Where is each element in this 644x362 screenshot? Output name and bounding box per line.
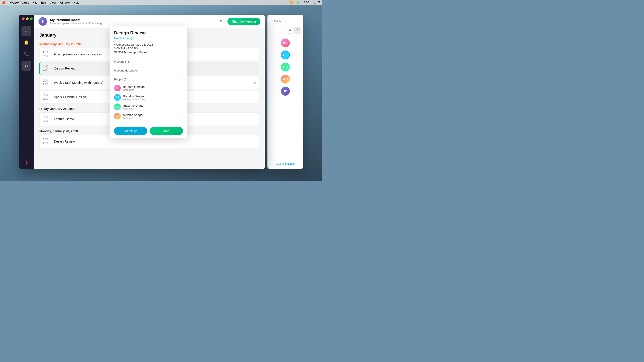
search-icon[interactable]: 🔍 bbox=[312, 1, 315, 4]
meeting-link-header[interactable]: Meeting link ⌄ bbox=[114, 60, 183, 63]
event-name: Design Review bbox=[54, 140, 256, 143]
traffic-lights bbox=[22, 17, 33, 20]
right-avatar-2[interactable]: BS bbox=[281, 50, 290, 59]
room-url: https://company.webex.com/meet/brensong bbox=[50, 22, 215, 25]
person-name: Giacomo Drago bbox=[123, 104, 183, 107]
home-icon: ⌂ bbox=[25, 28, 28, 33]
right-panel: meeting › ⊞ ☰ BG BS GD MS JD Colors in u… bbox=[268, 15, 303, 169]
menu-bar-left: 🍎 Webex Teams File Edit View Window Help bbox=[2, 1, 80, 4]
event-time: 1:00 2:00 bbox=[43, 50, 54, 58]
person-row[interactable]: BS Brandon Seeger Waiting for response bbox=[114, 93, 183, 102]
calendar-date-badge: 18 bbox=[25, 64, 28, 67]
right-panel-bottom: Colors in usage bbox=[268, 162, 303, 165]
month-chevron-icon[interactable]: ▾ bbox=[58, 34, 60, 37]
right-panel-controls: ⊞ ☰ bbox=[270, 27, 300, 33]
sidebar-item-calendar[interactable]: 18 bbox=[22, 61, 31, 71]
meeting-description-chevron-icon: ⌄ bbox=[181, 69, 183, 72]
meeting-description-section: Meeting description ⌄ bbox=[114, 66, 183, 75]
help-menu[interactable]: Help bbox=[73, 1, 80, 4]
right-avatars: BG BS GD MS JD bbox=[270, 37, 300, 96]
right-panel-header: meeting › bbox=[270, 17, 300, 24]
right-avatar-4[interactable]: MS bbox=[281, 75, 290, 84]
sidebar-item-notifications[interactable]: 🔔 bbox=[22, 37, 31, 47]
room-avatar: B bbox=[38, 17, 47, 26]
menu-icon[interactable]: ☰ bbox=[318, 1, 320, 4]
person-avatar: GD bbox=[114, 103, 121, 110]
person-name: Barbara German bbox=[123, 85, 183, 88]
person-info: Melania Seeger Accepted bbox=[123, 113, 183, 119]
person-status: Organizer bbox=[123, 88, 183, 91]
detail-date: Wednesday, January 23, 2018 bbox=[114, 43, 183, 46]
file-menu[interactable]: File bbox=[33, 1, 38, 4]
person-row[interactable]: MS Melania Seeger Accepted bbox=[114, 111, 183, 121]
edit-menu[interactable]: Edit bbox=[41, 1, 46, 4]
window-menu[interactable]: Window bbox=[60, 1, 70, 4]
person-status: Accepted bbox=[123, 117, 183, 119]
detail-actions: Message Join bbox=[110, 124, 188, 138]
menu-bar-right: 📶 🔋 18:00 🔍 ☰ bbox=[290, 1, 320, 4]
people-header[interactable]: People (5) ∧ bbox=[114, 78, 183, 81]
person-info: Giacomo Drago Accepted bbox=[123, 104, 183, 110]
meeting-link-label: Meeting link bbox=[114, 60, 130, 63]
event-time: 3:00 4:00 bbox=[43, 138, 54, 145]
list-view-button[interactable]: ☰ bbox=[294, 27, 300, 33]
detail-content: Design Review Colors in usage Wednesday,… bbox=[110, 26, 188, 124]
join-button[interactable]: Join bbox=[150, 127, 183, 135]
meeting-link-section: Meeting link ⌄ bbox=[114, 57, 183, 66]
menu-bar: 🍎 Webex Teams File Edit View Window Help… bbox=[0, 0, 322, 5]
copy-url-button[interactable]: ⧉ bbox=[218, 18, 224, 24]
battery-icon: 🔋 bbox=[296, 1, 300, 4]
person-row[interactable]: BG Barbara German Organizer bbox=[114, 83, 183, 93]
event-time: 6:00 7:30 bbox=[43, 79, 54, 86]
person-avatar: BG bbox=[114, 85, 121, 91]
event-time: 2:00 3:00 bbox=[43, 115, 54, 123]
grid-view-button[interactable]: ⊞ bbox=[287, 27, 294, 33]
people-section: People (5) ∧ BG Barbara German Organizer… bbox=[114, 75, 183, 124]
help-icon: ❓ bbox=[24, 161, 28, 165]
detail-location: SFO31 Mississippi Room bbox=[114, 50, 183, 54]
sidebar-item-home[interactable]: ⌂ bbox=[22, 26, 31, 36]
clock: 18:00 bbox=[302, 1, 309, 4]
person-status: Waiting for response bbox=[123, 98, 183, 100]
detail-title: Design Review bbox=[114, 30, 183, 35]
meeting-link-chevron-icon: ⌄ bbox=[181, 60, 183, 63]
maximize-button[interactable] bbox=[30, 17, 33, 20]
person-info: Brandon Seeger Waiting for response bbox=[123, 94, 183, 100]
person-avatar: BS bbox=[114, 94, 121, 101]
message-button[interactable]: Message bbox=[114, 127, 147, 135]
person-name: Melania Seeger bbox=[123, 113, 183, 117]
sidebar-item-help[interactable]: ❓ bbox=[24, 161, 28, 165]
minimize-button[interactable] bbox=[26, 17, 28, 20]
right-avatar-5[interactable]: JD bbox=[281, 87, 290, 96]
app-name-menu[interactable]: Webex Teams bbox=[10, 1, 29, 4]
apple-logo-icon: 🍎 bbox=[2, 1, 6, 4]
people-chevron-icon: ∧ bbox=[181, 78, 183, 81]
room-name: My Personal Room bbox=[50, 18, 215, 22]
view-menu[interactable]: View bbox=[50, 1, 56, 4]
right-panel-search-text: meeting bbox=[272, 19, 282, 22]
person-avatar: MS bbox=[114, 113, 121, 120]
room-info: My Personal Room https://company.webex.c… bbox=[50, 18, 215, 25]
colors-in-usage-link[interactable]: Colors in usage bbox=[276, 162, 294, 165]
event-time: 3:00 4:00 bbox=[43, 65, 54, 72]
detail-time: 3:00 PM - 4:00 PM bbox=[114, 47, 183, 50]
month-title: January bbox=[39, 33, 56, 38]
person-row[interactable]: GD Giacomo Drago Accepted bbox=[114, 102, 183, 111]
detail-panel: Design Review Colors in usage Wednesday,… bbox=[110, 26, 188, 138]
person-status: Accepted bbox=[123, 107, 183, 110]
close-button[interactable] bbox=[22, 17, 24, 20]
right-avatar-3[interactable]: GD bbox=[281, 62, 290, 71]
start-meeting-button[interactable]: Start the Meeting bbox=[228, 18, 260, 25]
bell-icon: 🔔 bbox=[24, 40, 29, 45]
event-time: 8:00 8:30 bbox=[43, 93, 54, 101]
person-name: Brandon Seeger bbox=[123, 94, 183, 98]
right-panel-chevron-icon[interactable]: › bbox=[298, 19, 299, 22]
sidebar-item-calls[interactable]: 📞 bbox=[22, 49, 31, 59]
wifi-icon: 📶 bbox=[290, 1, 294, 4]
person-info: Barbara German Organizer bbox=[123, 85, 183, 91]
detail-subtitle-link[interactable]: Colors in usage bbox=[114, 36, 183, 40]
right-avatar-1[interactable]: BG bbox=[281, 38, 290, 47]
meeting-description-header[interactable]: Meeting description ⌄ bbox=[114, 69, 183, 72]
phone-icon: 📞 bbox=[24, 52, 29, 56]
people-label: People (5) bbox=[114, 78, 128, 81]
